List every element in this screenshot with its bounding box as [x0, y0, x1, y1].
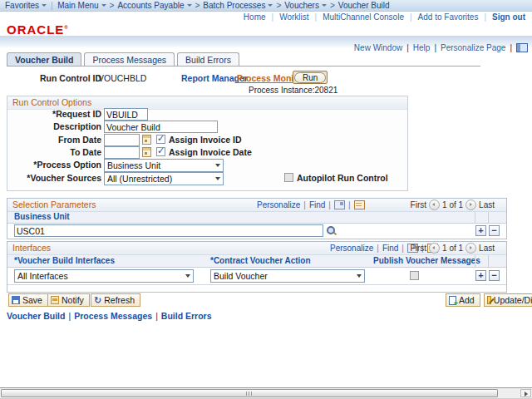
publish-voucher-messages-checkbox[interactable]: [410, 271, 419, 280]
previous-row-icon[interactable]: [429, 200, 440, 210]
contract-voucher-action-column-label: *Contract Voucher Action: [210, 256, 311, 265]
add-button[interactable]: Add: [446, 293, 480, 307]
calendar-icon[interactable]: [142, 147, 151, 157]
footer-build-errors-link[interactable]: Build Errors: [161, 311, 212, 321]
delete-row-button[interactable]: [489, 270, 500, 281]
voucher-sources-label: *Voucher Sources: [7, 173, 101, 183]
voucher-build-interfaces-select[interactable]: All Interfaces: [14, 269, 194, 283]
download-icon[interactable]: [354, 200, 365, 209]
tab-underline: [7, 66, 480, 66]
to-date-label: To Date: [7, 147, 101, 157]
from-date-label: From Date: [7, 135, 101, 145]
breadcrumb-separator: >: [195, 1, 200, 10]
interfaces-header: Interfaces Personalize | Find | | First …: [7, 242, 506, 255]
page-url-icon[interactable]: [516, 43, 528, 52]
voucher-sources-select[interactable]: All (Unrestricted): [104, 172, 224, 185]
multichannel-console-link[interactable]: MultiChannel Console: [323, 12, 404, 22]
row-count: 1 of 1: [442, 244, 463, 253]
update-display-icon: [487, 296, 491, 304]
footer-links: Voucher Build | Process Messages | Build…: [7, 311, 212, 321]
breadcrumb-item-voucher-build[interactable]: Voucher Build: [338, 1, 390, 10]
main-menu-label: Main Menu: [57, 1, 98, 10]
assign-invoice-date-checkbox[interactable]: [156, 147, 165, 156]
add-row-button[interactable]: [475, 225, 486, 236]
to-date-field[interactable]: [104, 146, 140, 159]
refresh-button[interactable]: ↻ Refresh: [91, 293, 140, 307]
worklist-link[interactable]: Worklist: [279, 12, 308, 22]
run-control-options-box: Run Control Options *Request ID Descript…: [7, 96, 408, 191]
sign-out-link[interactable]: Sign out: [492, 12, 525, 22]
autopilot-run-control-label: Autopilot Run Control: [297, 173, 388, 183]
chevron-down-icon: [101, 4, 106, 7]
next-row-icon[interactable]: [466, 243, 476, 254]
request-id-field[interactable]: [104, 108, 148, 121]
breadcrumb-item-accounts-payable[interactable]: Accounts Payable: [117, 1, 191, 10]
add-row-button[interactable]: [475, 270, 486, 281]
process-option-label: *Process Option: [7, 160, 101, 170]
tab-voucher-build[interactable]: Voucher Build: [7, 52, 81, 66]
footer-process-messages-link[interactable]: Process Messages: [74, 311, 152, 321]
notify-button[interactable]: Notify: [47, 293, 90, 307]
chevron-down-icon: [215, 164, 220, 167]
first-label: First: [411, 200, 426, 209]
run-control-options-title: Run Control Options: [7, 96, 407, 110]
voucher-build-interfaces-column-label: *Voucher Build Interfaces: [14, 256, 115, 265]
personalize-link[interactable]: Personalize: [330, 244, 373, 253]
breadcrumb-item-batch-processes[interactable]: Batch Processes: [203, 1, 273, 10]
scrollbar-grip: [246, 392, 254, 396]
save-button[interactable]: Save: [8, 293, 48, 307]
find-link[interactable]: Find: [309, 200, 325, 209]
publish-voucher-messages-column-label: Publish Voucher Messages: [373, 256, 480, 265]
chevron-down-icon: [187, 4, 192, 7]
tab-build-errors[interactable]: Build Errors: [177, 52, 239, 66]
interfaces-row: All Interfaces Build Voucher: [7, 268, 506, 284]
add-to-favorites-link[interactable]: Add to Favorites: [418, 12, 479, 22]
from-date-field[interactable]: [104, 134, 140, 146]
breadcrumb-separator: >: [276, 1, 281, 10]
voucher-build-page: Favorites Main Menu > Accounts Payable >…: [0, 0, 532, 399]
calendar-icon[interactable]: [142, 135, 151, 145]
breadcrumb: Favorites Main Menu > Accounts Payable >…: [0, 0, 532, 12]
new-window-link[interactable]: New Window: [354, 43, 402, 52]
update-display-button[interactable]: Update/Display: [484, 293, 532, 307]
previous-row-icon[interactable]: [429, 243, 440, 254]
breadcrumb-item-vouchers[interactable]: Vouchers: [284, 1, 327, 10]
lookup-icon[interactable]: [326, 225, 337, 236]
row-count: 1 of 1: [442, 200, 463, 209]
description-field[interactable]: [104, 121, 218, 133]
run-button[interactable]: Run: [293, 71, 328, 84]
view-all-icon[interactable]: [334, 200, 345, 209]
refresh-icon: ↻: [94, 296, 101, 304]
footer-voucher-build-link[interactable]: Voucher Build: [7, 311, 65, 321]
chevron-down-icon: [268, 4, 273, 7]
assign-invoice-id-checkbox[interactable]: [156, 135, 165, 144]
run-control-id-label: Run Control ID: [40, 73, 101, 83]
delete-row-button[interactable]: [489, 225, 500, 236]
help-link[interactable]: Help: [413, 43, 431, 52]
tab-process-messages[interactable]: Process Messages: [84, 52, 175, 66]
favorites-menu[interactable]: Favorites: [5, 1, 47, 10]
scrollbar-thumb[interactable]: [1, 389, 498, 397]
find-link[interactable]: Find: [382, 244, 398, 253]
scroll-right-arrow[interactable]: [520, 389, 531, 397]
next-row-icon[interactable]: [466, 200, 476, 210]
autopilot-run-control-checkbox[interactable]: [284, 173, 293, 182]
chevron-down-icon: [215, 177, 220, 180]
chevron-down-icon: [357, 274, 362, 278]
business-unit-field[interactable]: [14, 224, 323, 237]
personalize-page-link[interactable]: Personalize Page: [441, 43, 505, 52]
grid-row-navigator: First 1 of 1 Last: [411, 199, 495, 211]
home-link[interactable]: Home: [244, 12, 266, 22]
selection-parameters-grid: Selection Parameters Personalize | Find …: [7, 198, 507, 239]
interfaces-column-header: *Voucher Build Interfaces *Contract Vouc…: [7, 255, 506, 268]
last-label: Last: [479, 200, 495, 209]
description-label: Description: [7, 121, 101, 131]
assign-invoice-id-label: Assign Invoice ID: [169, 135, 242, 145]
process-option-select[interactable]: Business Unit: [104, 159, 224, 172]
grid-row-navigator: First 1 of 1 Last: [411, 242, 495, 254]
personalize-link[interactable]: Personalize: [257, 200, 300, 209]
contract-voucher-action-select[interactable]: Build Voucher: [210, 269, 365, 283]
main-menu[interactable]: Main Menu: [57, 1, 106, 10]
selection-parameters-row: [7, 224, 506, 239]
horizontal-scrollbar[interactable]: [0, 387, 532, 398]
